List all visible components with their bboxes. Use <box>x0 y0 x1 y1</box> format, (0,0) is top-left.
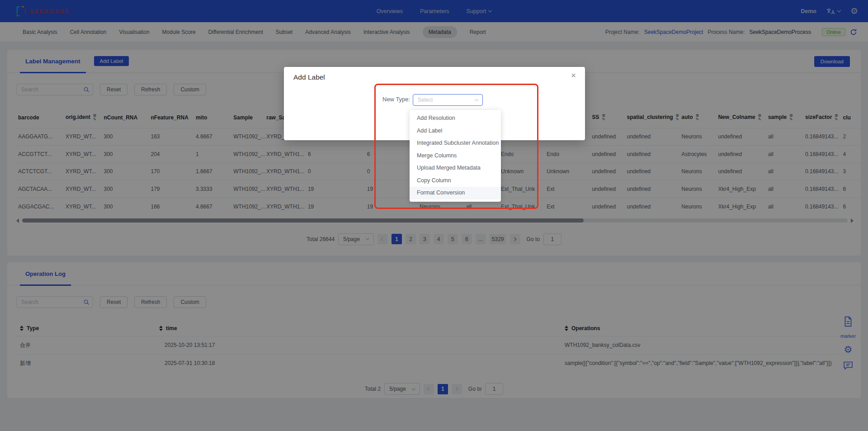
close-icon[interactable]: × <box>571 71 576 81</box>
dropdown-option-copy-column[interactable]: Copy Column <box>410 175 501 187</box>
new-type-label: New Type: <box>382 96 410 103</box>
dropdown-option-upload-merged-metadata[interactable]: Upload Merged Metadata <box>410 162 501 175</box>
modal-title: Add Label <box>293 73 325 81</box>
chevron-up-icon <box>475 99 478 102</box>
modal-dim-overlay <box>0 0 868 431</box>
dropdown-option-add-label[interactable]: Add Label <box>410 125 501 137</box>
dropdown-option-merge-columns[interactable]: Merge Columns <box>410 150 501 162</box>
new-type-select[interactable]: Select <box>413 94 483 106</box>
dropdown-option-add-resolution[interactable]: Add Resolution <box>410 112 501 125</box>
dropdown-option-format-conversion[interactable]: Format Conversion <box>410 187 501 199</box>
select-placeholder: Select <box>418 97 475 103</box>
dropdown-option-integrated-subcluster-annotation[interactable]: Integrated Subcluster Annotation <box>410 137 501 150</box>
new-type-dropdown: Add ResolutionAdd LabelIntegrated Subclu… <box>410 110 501 202</box>
